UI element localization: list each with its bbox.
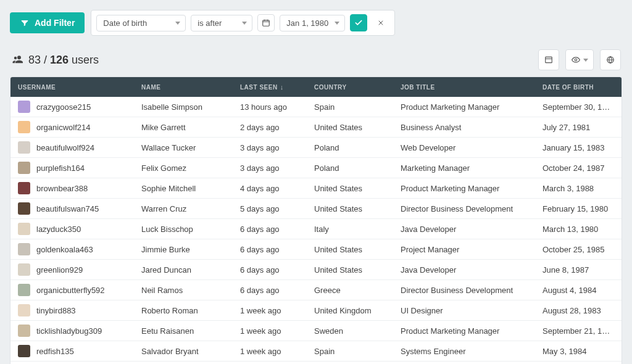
cell-username: brownbear388 xyxy=(10,178,134,198)
cell-username: beautifulswan745 xyxy=(10,199,134,218)
username-text: crazygoose215 xyxy=(36,102,91,112)
col-username[interactable]: USERNAME xyxy=(10,77,134,97)
cell-username: greenlion929 xyxy=(10,260,134,279)
cell-dob: October 24, 1987 xyxy=(535,160,622,176)
cell-dob: January 15, 1983 xyxy=(535,139,622,156)
table-row[interactable]: organicwolf214Mike Garrett2 days agoUnit… xyxy=(10,117,622,137)
filter-confirm-button[interactable] xyxy=(350,14,367,31)
cell-last-seen: 3 days ago xyxy=(233,139,307,156)
table-row[interactable]: brownbear388Sophie Mitchell4 days agoUni… xyxy=(10,178,622,198)
avatar xyxy=(18,243,30,255)
filter-clear-button[interactable] xyxy=(372,14,389,31)
cell-job-title: Product Marketing Manager xyxy=(393,323,535,339)
cell-country: Poland xyxy=(307,160,393,176)
col-dob[interactable]: DATE OF BIRTH xyxy=(535,77,622,97)
cell-job-title: Business Analyst xyxy=(393,119,535,136)
cell-name: Jimmie Burke xyxy=(134,241,233,258)
chevron-down-icon xyxy=(583,59,588,62)
globe-icon xyxy=(606,56,615,64)
count-filtered: 83 xyxy=(28,54,41,66)
username-text: goldenkoala463 xyxy=(36,245,93,254)
cell-dob: March 13, 1980 xyxy=(535,221,622,238)
add-filter-button[interactable]: Add Filter xyxy=(10,12,85,33)
columns-button[interactable] xyxy=(538,49,559,70)
col-country[interactable]: COUNTRY xyxy=(307,77,393,97)
add-filter-label: Add Filter xyxy=(35,18,75,28)
cell-country: Greece xyxy=(307,282,393,299)
filter-field-select[interactable]: Date of birth xyxy=(96,15,186,31)
filter-icon xyxy=(20,19,30,27)
cell-name: Sophie Mitchell xyxy=(134,180,233,197)
cell-dob: August 4, 1984 xyxy=(535,282,622,299)
col-job-title[interactable]: JOB TITLE xyxy=(393,77,535,97)
cell-name: Jared Duncan xyxy=(134,262,233,278)
col-last-seen[interactable]: LAST SEEN↓ xyxy=(233,77,307,97)
table-row[interactable]: crazygoose215Isabelle Simpson13 hours ag… xyxy=(10,97,622,117)
table-row[interactable]: organicbutterfly592Neil Ramos6 days agoG… xyxy=(10,279,622,300)
col-name[interactable]: NAME xyxy=(134,77,233,97)
cell-username: ticklishladybug309 xyxy=(10,321,134,341)
cell-last-seen: 6 days ago xyxy=(233,241,307,258)
count-label: users xyxy=(69,54,99,66)
table-row[interactable]: redfish135Salvador Bryant1 week agoSpain… xyxy=(10,341,622,361)
avatar xyxy=(18,345,30,357)
avatar xyxy=(18,162,30,174)
filter-date-value: Jan 1, 1980 xyxy=(286,19,328,28)
cell-dob: July 27, 1981 xyxy=(535,119,622,136)
table-toolbar xyxy=(538,49,621,70)
table-row[interactable]: lazyduck350Luck Bisschop6 days agoItalyJ… xyxy=(10,218,622,239)
cell-username: goldenkoala463 xyxy=(10,239,134,259)
cell-last-seen: 1 week ago xyxy=(233,343,307,360)
filter-bar: Add Filter Date of birth is after Jan 1,… xyxy=(10,10,622,36)
username-text: beautifulswan745 xyxy=(36,204,99,213)
cell-dob: August 28, 1983 xyxy=(535,302,622,319)
eye-icon xyxy=(571,56,581,64)
cell-name: Felix Gomez xyxy=(134,160,233,176)
filter-operator-select[interactable]: is after xyxy=(191,15,252,31)
filter-date-select[interactable]: Jan 1, 1980 xyxy=(280,15,345,31)
cell-last-seen: 3 days ago xyxy=(233,160,307,176)
cell-job-title: Product Marketing Manager xyxy=(393,180,535,197)
cell-job-title: Project Manager xyxy=(393,241,535,258)
cell-country: Italy xyxy=(307,221,393,238)
table-row[interactable]: beautifulwolf924Wallace Tucker3 days ago… xyxy=(10,137,622,157)
table-row[interactable]: goldenkoala463Jimmie Burke6 days agoUnit… xyxy=(10,239,622,259)
cell-username: organicwolf214 xyxy=(10,117,134,137)
avatar xyxy=(18,182,30,194)
table-row[interactable]: ticklishladybug309Eetu Raisanen1 week ag… xyxy=(10,320,622,341)
calendar-button[interactable] xyxy=(257,14,275,31)
table-row[interactable]: purplefish164Felix Gomez3 days agoPoland… xyxy=(10,157,622,178)
cell-last-seen: 6 days ago xyxy=(233,282,307,299)
cell-name: Isabelle Simpson xyxy=(134,99,233,115)
cell-last-seen: 5 days ago xyxy=(233,201,307,217)
cell-country: United States xyxy=(307,180,393,197)
cell-name: Roberto Roman xyxy=(134,302,233,319)
avatar xyxy=(18,101,30,113)
cell-last-seen: 13 hours ago xyxy=(233,99,307,115)
table-row[interactable]: orangebear813Stacey Stone1 week agoGerma… xyxy=(10,361,622,364)
cell-dob: February 15, 1980 xyxy=(535,201,622,217)
count-row: 83 / 126 users xyxy=(10,49,622,70)
cell-job-title: Marketing Manager xyxy=(393,160,535,176)
cell-username: redfish135 xyxy=(10,341,134,361)
globe-button[interactable] xyxy=(600,49,621,70)
table-row[interactable]: greenlion929Jared Duncan6 days agoUnited… xyxy=(10,259,622,279)
cell-country: United States xyxy=(307,241,393,258)
cell-username: organicbutterfly592 xyxy=(10,280,134,300)
cell-username: crazygoose215 xyxy=(10,97,134,117)
cell-last-seen: 1 week ago xyxy=(233,302,307,319)
cell-name: Eetu Raisanen xyxy=(134,323,233,339)
table-row[interactable]: beautifulswan745Warren Cruz5 days agoUni… xyxy=(10,198,622,218)
cell-name: Salvador Bryant xyxy=(134,343,233,360)
cell-country: Spain xyxy=(307,99,393,115)
cell-job-title: Product Marketing Manager xyxy=(393,99,535,115)
filter-field-value: Date of birth xyxy=(103,19,147,28)
cell-job-title: Java Developer xyxy=(393,221,535,238)
cell-last-seen: 6 days ago xyxy=(233,221,307,238)
sort-desc-icon: ↓ xyxy=(280,83,284,91)
cell-last-seen: 6 days ago xyxy=(233,262,307,278)
table-row[interactable]: tinybird883Roberto Roman1 week agoUnited… xyxy=(10,300,622,320)
cell-country: United States xyxy=(307,201,393,217)
visibility-button[interactable] xyxy=(565,49,594,70)
avatar xyxy=(18,141,30,154)
